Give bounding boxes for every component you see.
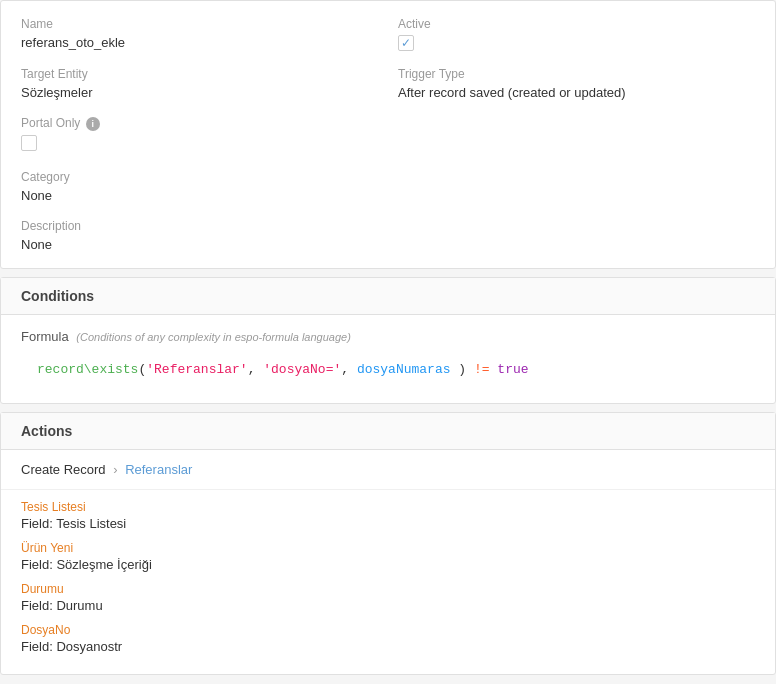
description-row: Description None — [21, 219, 755, 252]
action-field-label: DosyaNo — [21, 623, 755, 637]
main-info-card: Name referans_oto_ekle Active ✓ Target E… — [0, 0, 776, 269]
target-entity-label: Target Entity — [21, 67, 378, 81]
active-checkbox[interactable]: ✓ — [398, 35, 414, 51]
actions-title: Actions — [1, 413, 775, 450]
target-entity-group: Target Entity Sözleşmeler — [21, 67, 378, 100]
active-label: Active — [398, 17, 755, 31]
action-label: Create Record — [21, 462, 106, 477]
action-field-item: DosyaNoField: Dosyanostr — [21, 623, 755, 654]
conditions-card: Conditions Formula (Conditions of any co… — [0, 277, 776, 404]
empty-group — [398, 116, 755, 154]
name-value: referans_oto_ekle — [21, 35, 378, 50]
formula-fn: record\exists — [37, 362, 138, 377]
portal-only-label: Portal Only i — [21, 116, 378, 131]
portal-only-group: Portal Only i — [21, 116, 378, 154]
action-field-label: Ürün Yeni — [21, 541, 755, 555]
actions-body: Create Record › Referanslar Tesis Listes… — [1, 450, 775, 674]
formula-op: != — [474, 362, 490, 377]
action-field-value: Field: Tesis Listesi — [21, 516, 755, 531]
action-field-label: Tesis Listesi — [21, 500, 755, 514]
action-field-item: DurumuField: Durumu — [21, 582, 755, 613]
category-label: Category — [21, 170, 378, 184]
category-row: Category None — [21, 170, 755, 203]
action-field-item: Tesis ListesiField: Tesis Listesi — [21, 500, 755, 531]
formula-code: record\exists('Referanslar', 'dosyaNo=',… — [21, 352, 755, 389]
portal-only-row: Portal Only i — [21, 116, 755, 154]
action-field-value: Field: Durumu — [21, 598, 755, 613]
action-arrow: › — [113, 462, 117, 477]
conditions-title: Conditions — [1, 278, 775, 315]
action-field-label: Durumu — [21, 582, 755, 596]
action-fields: Tesis ListesiField: Tesis ListesiÜrün Ye… — [1, 490, 775, 674]
action-target[interactable]: Referanslar — [125, 462, 192, 477]
formula-label: Formula (Conditions of any complexity in… — [21, 329, 755, 344]
action-field-item: Ürün YeniField: Sözleşme İçeriği — [21, 541, 755, 572]
description-label: Description — [21, 219, 378, 233]
target-trigger-row: Target Entity Sözleşmeler Trigger Type A… — [21, 67, 755, 100]
formula-section: Formula (Conditions of any complexity in… — [1, 315, 775, 403]
name-group: Name referans_oto_ekle — [21, 17, 378, 51]
description-value: None — [21, 237, 378, 252]
trigger-type-label: Trigger Type — [398, 67, 755, 81]
active-group: Active ✓ — [398, 17, 755, 51]
action-header: Create Record › Referanslar — [1, 450, 775, 490]
portal-only-checkbox[interactable] — [21, 135, 37, 151]
action-field-value: Field: Sözleşme İçeriği — [21, 557, 755, 572]
name-label: Name — [21, 17, 378, 31]
portal-only-info-icon[interactable]: i — [86, 117, 100, 131]
active-checkbox-wrapper: ✓ — [398, 35, 755, 51]
formula-arg3: dosyaNumaras — [357, 362, 451, 377]
name-active-row: Name referans_oto_ekle Active ✓ — [21, 17, 755, 51]
trigger-type-value: After record saved (created or updated) — [398, 85, 755, 100]
formula-arg1: 'Referanslar' — [146, 362, 247, 377]
description-group: Description None — [21, 219, 378, 252]
empty-group2 — [398, 170, 755, 203]
empty-group3 — [398, 219, 755, 252]
formula-hint: (Conditions of any complexity in espo-fo… — [76, 331, 351, 343]
target-entity-value: Sözleşmeler — [21, 85, 378, 100]
category-group: Category None — [21, 170, 378, 203]
formula-bool: true — [497, 362, 528, 377]
action-field-value: Field: Dosyanostr — [21, 639, 755, 654]
actions-card: Actions Create Record › Referanslar Tesi… — [0, 412, 776, 675]
trigger-type-group: Trigger Type After record saved (created… — [398, 67, 755, 100]
category-value: None — [21, 188, 378, 203]
formula-arg2: 'dosyaNo=' — [263, 362, 341, 377]
